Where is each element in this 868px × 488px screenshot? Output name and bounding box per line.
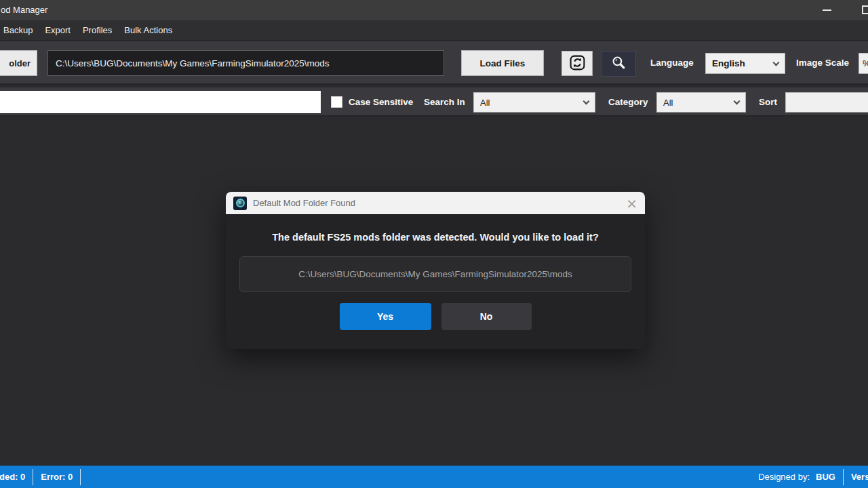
minimize-button[interactable] xyxy=(811,0,842,20)
dialog-titlebar: Default Mod Folder Found × xyxy=(226,192,645,214)
app-window: od Manager Backup Export Profiles Bulk A… xyxy=(0,0,868,488)
window-title: od Manager xyxy=(1,5,47,15)
status-credits: Designed by: BUG Versi xyxy=(758,469,868,485)
category-selected-value: All xyxy=(663,98,673,108)
chevron-down-icon xyxy=(734,98,741,105)
sort-select[interactable] xyxy=(785,92,868,113)
close-icon[interactable]: × xyxy=(626,197,637,210)
image-scale-label: Image Scale xyxy=(796,58,849,68)
window-titlebar: od Manager xyxy=(0,0,868,20)
language-label: Language xyxy=(650,58,694,68)
filter-bar: Case Sensitive Search In All Category Al… xyxy=(0,87,868,117)
version-text: Versi xyxy=(851,472,868,482)
toolbar: older Load Files xyxy=(0,41,868,85)
minimize-icon xyxy=(823,9,831,11)
refresh-button[interactable] xyxy=(561,51,593,76)
no-button[interactable]: No xyxy=(441,303,532,330)
menu-item-export[interactable]: Export xyxy=(39,25,77,35)
search-in-label: Search In xyxy=(424,97,465,107)
case-sensitive-checkbox[interactable] xyxy=(331,96,342,108)
chevron-down-icon xyxy=(773,59,780,66)
menu-bar: Backup Export Profiles Bulk Actions xyxy=(0,20,868,41)
menu-item-bulk-actions[interactable]: Bulk Actions xyxy=(118,25,178,35)
loaded-count: ded: 0 xyxy=(0,472,25,482)
maximize-icon[interactable] xyxy=(862,5,868,14)
refresh-icon xyxy=(569,54,586,73)
mod-list-area: Default Mod Folder Found × The default F… xyxy=(0,118,868,466)
status-bar: ded: 0 Error: 0 Designed by: BUG Versi xyxy=(0,466,868,488)
dialog-body: The default FS25 mods folder was detecte… xyxy=(226,214,645,330)
author-name: BUG xyxy=(816,472,835,482)
yes-button[interactable]: Yes xyxy=(340,303,431,330)
magnifier-icon xyxy=(611,55,627,73)
divider xyxy=(843,469,844,485)
search-in-select[interactable]: All xyxy=(473,92,595,113)
detected-mods-path: C:\Users\BUG\Documents\My Games\FarmingS… xyxy=(239,256,631,292)
sort-label: Sort xyxy=(759,97,777,107)
mod-folder-path-input[interactable] xyxy=(47,50,444,76)
dialog-title: Default Mod Folder Found xyxy=(253,198,355,208)
language-selected-value: English xyxy=(712,58,745,68)
dialog-buttons: Yes No xyxy=(239,303,631,330)
image-scale-select[interactable]: % xyxy=(859,53,868,74)
menu-item-profiles[interactable]: Profiles xyxy=(77,25,118,35)
designed-by-label: Designed by: xyxy=(758,472,810,482)
error-count: Error: 0 xyxy=(41,472,73,482)
load-files-button[interactable]: Load Files xyxy=(461,50,544,76)
default-mod-folder-dialog: Default Mod Folder Found × The default F… xyxy=(226,192,645,349)
divider xyxy=(33,469,33,485)
image-search-button[interactable] xyxy=(601,51,636,77)
chevron-down-icon xyxy=(583,98,590,105)
menu-item-backup[interactable]: Backup xyxy=(0,25,39,35)
case-sensitive-label: Case Sensitive xyxy=(349,97,413,107)
divider xyxy=(80,469,81,485)
category-select[interactable]: All xyxy=(656,92,746,113)
image-scale-value: % xyxy=(863,58,868,68)
mod-folder-button[interactable]: older xyxy=(0,50,37,76)
status-counts: ded: 0 Error: 0 xyxy=(0,469,88,485)
dialog-message: The default FS25 mods folder was detecte… xyxy=(239,232,631,243)
search-in-selected-value: All xyxy=(480,98,490,108)
app-logo-icon xyxy=(233,197,247,210)
category-label: Category xyxy=(608,97,648,107)
language-select[interactable]: English xyxy=(705,53,785,74)
search-input[interactable] xyxy=(0,91,321,113)
